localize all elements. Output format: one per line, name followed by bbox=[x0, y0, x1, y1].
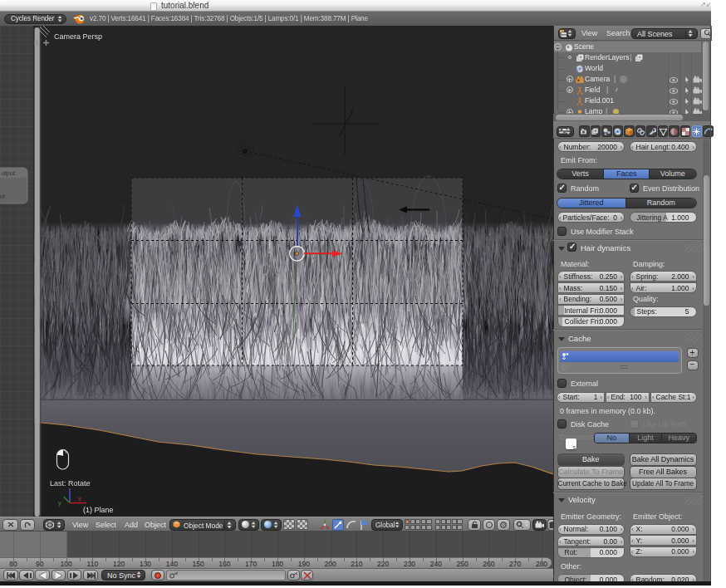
svg-text:x: x bbox=[78, 495, 81, 502]
svg-text:Camera Persp: Camera Persp bbox=[54, 32, 102, 41]
svg-text:y: y bbox=[58, 499, 61, 507]
svg-text:nt: nt bbox=[0, 194, 5, 199]
svg-text:Last: Rotate: Last: Rotate bbox=[50, 479, 91, 488]
svg-text:(1) Plane: (1) Plane bbox=[83, 506, 114, 514]
svg-text:utput:: utput: bbox=[2, 170, 17, 177]
